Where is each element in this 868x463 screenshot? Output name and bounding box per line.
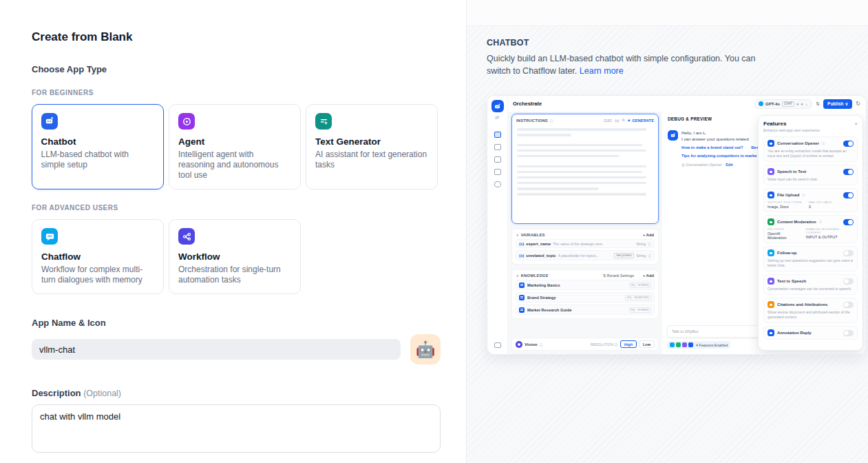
annotations-icon	[494, 169, 501, 175]
chatbot-icon	[41, 113, 58, 130]
settings-icon	[494, 181, 501, 187]
speech-to-text-icon	[768, 168, 774, 175]
create-app-modal: Create from Blank Choose App Type FOR BE…	[0, 0, 868, 463]
chevron-down-icon: ∨	[516, 274, 519, 278]
app-type-card-chatbot[interactable]: Chatbot LLM-based chatbot with simple se…	[32, 104, 164, 189]
resolution-label: RESOLUTION ⓘ	[591, 342, 618, 347]
rerank-settings-button: ⇅ Rerank Settings	[603, 274, 634, 278]
description-optional-label: (Optional)	[83, 389, 121, 398]
annotation-reply-icon	[768, 329, 774, 336]
model-mode-badge: CHAT	[782, 101, 794, 107]
history-icon: ↻	[856, 101, 860, 107]
document-icon	[519, 307, 525, 313]
chevron-down-icon: ∨	[845, 101, 849, 107]
description-textarea[interactable]: chat with vllm model	[32, 404, 441, 453]
variable-icon: {x}	[519, 242, 524, 246]
page-title: Create from Blank	[32, 30, 441, 44]
preview-icon	[494, 144, 501, 150]
knowledge-section: ∨ KNOWLEDGE ⇅ Rerank Settings + Add	[511, 269, 659, 319]
app-type-desc: Orchestration for single-turn automation…	[178, 265, 291, 285]
variable-row: {x} expert_name The name of the strategi…	[516, 239, 655, 248]
app-type-card-text-generator[interactable]: Text Generator AI assistant for text gen…	[306, 104, 438, 189]
citations-icon	[768, 301, 774, 308]
app-type-label: Workflow	[178, 251, 291, 262]
app-name-input[interactable]	[32, 339, 401, 360]
text-to-speech-icon	[768, 278, 774, 285]
features-panel-header: Features ×	[763, 121, 858, 127]
add-knowledge-button: + Add	[643, 274, 654, 278]
description-label: Description (Optional)	[32, 388, 441, 398]
sparkle-icon: ✦	[627, 119, 631, 123]
eye-icon	[516, 341, 522, 348]
create-from-blank-panel: Create from Blank Choose App Type FOR BE…	[0, 0, 466, 463]
info-icon: ⓘ	[802, 194, 805, 197]
agent-icon	[178, 113, 195, 130]
knowledge-title: KNOWLEDGE	[521, 274, 549, 278]
instructions-panel: INSTRUCTIONS ⓘ 2182 {x} ⧉ ✦ GENERATE	[511, 114, 659, 224]
close-icon: ×	[854, 121, 858, 127]
features-panel: Features × Enhance web-app user experien…	[758, 115, 863, 351]
speech-mini-icon	[682, 342, 687, 347]
knowledge-row: Market Research Guide HQ · HYBRID	[516, 305, 655, 315]
file-upload-icon	[768, 192, 774, 198]
beginner-cards-row: Chatbot LLM-based chatbot with simple se…	[32, 104, 441, 189]
char-count: 2182	[604, 119, 612, 123]
right-top-strip	[467, 0, 868, 26]
app-type-card-agent[interactable]: Agent Intelligent agent with reasoning a…	[169, 104, 301, 189]
toggle-speech-to-text	[843, 169, 854, 175]
preview-header: Orchestrate GPT-4o CHAT ● ● ⌄ ⇅ Publish	[508, 96, 866, 112]
upload-mini-icon	[688, 342, 693, 347]
feature-item-text-to-speech: Text to Speech Conversation messages can…	[763, 274, 858, 295]
variable-type: String	[636, 242, 646, 246]
edit-link: Edit	[726, 163, 732, 167]
publish-button: Publish ∨	[823, 99, 852, 109]
variable-icon: {x}	[519, 254, 524, 258]
content-moderation-icon	[768, 218, 774, 225]
app-type-label: Chatflow	[41, 251, 154, 262]
feature-item-file-upload: File Upload ⓘ SUPPORT FILE TYPESImage, D…	[763, 188, 858, 212]
instructions-title: INSTRUCTIONS	[516, 119, 548, 123]
knowledge-header: ∨ KNOWLEDGE ⇅ Rerank Settings + Add	[516, 272, 655, 280]
feature-item-annotation-reply: Annotation Reply	[763, 326, 858, 340]
variable-type: String	[636, 254, 646, 258]
logs-icon	[494, 156, 501, 163]
toggle-conversation-opener	[843, 141, 854, 147]
robot-emoji-icon: 🤖	[416, 340, 436, 359]
knowledge-row: Marketing Basics HQ · HYBRID	[516, 280, 655, 290]
info-icon: ⓘ	[819, 220, 823, 224]
app-type-card-workflow[interactable]: Workflow Orchestration for single-turn a…	[169, 219, 301, 294]
orchestrate-icon	[494, 132, 501, 138]
chevron-down-icon: ∨	[516, 233, 519, 237]
monitor-icon	[494, 342, 501, 348]
conversation-opener-icon	[768, 140, 774, 147]
suggested-question: How to make a brand stand out? Bes	[681, 145, 765, 150]
feature-item-conversation-opener: Conversation Opener ⓘ You are an entity …	[763, 136, 858, 162]
features-enabled-badge: 4 Features Enabled	[667, 341, 730, 349]
bot-avatar-icon	[668, 130, 678, 141]
variables-icon: {x}	[615, 119, 619, 123]
learn-more-link[interactable]: Learn more	[580, 66, 624, 76]
app-type-desc: AI assistant for text generation tasks	[315, 150, 428, 170]
app-type-desc: LLM-based chatbot with simple setup	[41, 150, 155, 170]
required-badge: REQUIRED	[614, 253, 634, 258]
info-icon: ⓘ	[822, 142, 825, 145]
info-icon: ⓘ	[615, 343, 618, 347]
suggested-question: Tips for analyzing competitors in marke	[681, 154, 765, 158]
mic-icon: ●	[796, 102, 798, 106]
variables-title: VARIABLES	[521, 233, 545, 237]
chatflow-icon	[41, 228, 58, 245]
toggle-content-moderation	[843, 219, 854, 225]
app-icon-picker-button[interactable]: 🤖	[410, 334, 441, 364]
chatbot-preview-image: ⇄ Orchestrate GPT-4o	[487, 95, 867, 355]
advanced-cards-row: Chatflow Workflow for complex multi-turn…	[32, 219, 441, 294]
toggle-text-to-speech	[843, 278, 854, 285]
instructions-header: INSTRUCTIONS ⓘ 2182 {x} ⧉ ✦ GENERATE	[512, 114, 658, 125]
tune-icon: ⇅	[816, 101, 820, 107]
right-body: CHATBOT Quickly build an LLM-based chatb…	[467, 26, 868, 463]
toggle-follow-up	[843, 250, 854, 256]
app-type-card-chatflow[interactable]: Chatflow Workflow for complex multi-turn…	[32, 219, 164, 294]
opener-icon: ◎	[681, 163, 685, 167]
model-selector: GPT-4o CHAT ● ● ⌄	[754, 99, 812, 109]
instructions-tools: 2182 {x} ⧉ ✦ GENERATE	[604, 118, 654, 123]
variables-header: ∨ VARIABLES + Add	[516, 232, 655, 239]
